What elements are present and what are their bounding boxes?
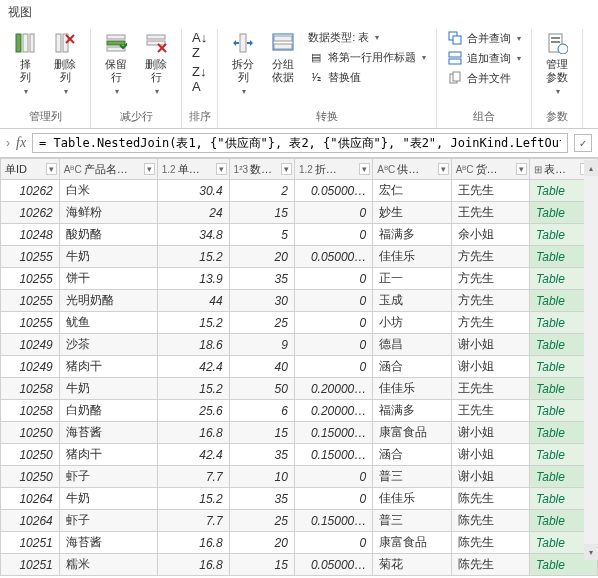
sort-descending-button[interactable]: Z↓A [188,63,211,95]
cell-price[interactable]: 15.2 [157,488,229,510]
table-row[interactable]: 10249猪肉干42.4400涵合谢小姐Table [1,356,598,378]
cell-supplier[interactable]: 涵合 [373,444,451,466]
append-queries-button[interactable]: 追加查询▾ [443,49,525,67]
column-filter-icon[interactable]: ▾ [46,163,57,175]
keep-rows-button[interactable]: 保留 行 ▾ [97,29,135,98]
cell-product[interactable]: 虾子 [59,466,157,488]
scroll-track[interactable] [584,176,598,544]
cell-disc[interactable]: 0 [294,290,372,312]
cell-id[interactable]: 10264 [1,488,60,510]
cell-id[interactable]: 10249 [1,356,60,378]
cell-disc[interactable]: 0 [294,532,372,554]
cell-qty[interactable]: 9 [229,334,294,356]
cell-id[interactable]: 10264 [1,510,60,532]
cell-product[interactable]: 牛奶 [59,488,157,510]
cell-price[interactable]: 18.6 [157,334,229,356]
table-row[interactable]: 10262白米30.420.05000…宏仁王先生Table [1,180,598,202]
cell-supplier[interactable]: 普三 [373,466,451,488]
cell-supplier[interactable]: 福满多 [373,400,451,422]
cell-qty[interactable]: 30 [229,290,294,312]
merge-files-button[interactable]: 合并文件 [443,69,525,87]
scroll-up-arrow[interactable]: ▴ [584,160,598,176]
table-row[interactable]: 10255光明奶酪44300玉成方先生Table [1,290,598,312]
cell-disc[interactable]: 0 [294,202,372,224]
group-by-button[interactable]: 分组 依据 [264,29,302,86]
cell-contact[interactable]: 陈先生 [451,510,529,532]
cell-product[interactable]: 牛奶 [59,378,157,400]
cell-id[interactable]: 10262 [1,180,60,202]
cell-qty[interactable]: 15 [229,202,294,224]
table-row[interactable]: 10258白奶酪25.660.20000…福满多王先生Table [1,400,598,422]
cell-product[interactable]: 牛奶 [59,246,157,268]
table-row[interactable]: 10251糯米16.8150.05000…菊花陈先生Table [1,554,598,576]
cell-price[interactable]: 16.8 [157,422,229,444]
cell-product[interactable]: 饼干 [59,268,157,290]
cell-disc[interactable]: 0.20000… [294,400,372,422]
use-first-row-button[interactable]: ▤ 将第一行用作标题▾ [304,48,430,66]
cell-contact[interactable]: 谢小姐 [451,422,529,444]
cell-supplier[interactable]: 佳佳乐 [373,488,451,510]
cell-contact[interactable]: 王先生 [451,202,529,224]
cell-price[interactable]: 30.4 [157,180,229,202]
cell-supplier[interactable]: 福满多 [373,224,451,246]
cell-qty[interactable]: 35 [229,444,294,466]
manage-parameters-button[interactable]: 管理 参数 ▾ [538,29,576,98]
delete-columns-button[interactable]: 删除 列 ▾ [46,29,84,98]
column-filter-icon[interactable]: ▾ [359,163,370,175]
cell-price[interactable]: 24 [157,202,229,224]
table-row[interactable]: 10251海苔酱16.8200康富食品陈先生Table [1,532,598,554]
cell-supplier[interactable]: 康富食品 [373,422,451,444]
delete-rows-button[interactable]: 删除 行 ▾ [137,29,175,98]
table-row[interactable]: 10255鱿鱼15.2250小坊方先生Table [1,312,598,334]
column-filter-icon[interactable]: ▾ [281,163,292,175]
cell-disc[interactable]: 0.15000… [294,422,372,444]
sort-ascending-button[interactable]: A↓Z [188,29,211,61]
cell-price[interactable]: 13.9 [157,268,229,290]
data-type-dropdown[interactable]: 数据类型: 表▾ [304,29,430,46]
cell-qty[interactable]: 35 [229,488,294,510]
cell-id[interactable]: 10255 [1,290,60,312]
formula-input[interactable] [32,133,568,153]
cell-qty[interactable]: 2 [229,180,294,202]
cell-contact[interactable]: 余小姐 [451,224,529,246]
column-header-id[interactable]: 单ID▾ [1,159,60,180]
cell-qty[interactable]: 15 [229,422,294,444]
column-header-price[interactable]: 1.2单…▾ [157,159,229,180]
cell-contact[interactable]: 谢小姐 [451,334,529,356]
cell-product[interactable]: 沙茶 [59,334,157,356]
column-filter-icon[interactable]: ▾ [144,163,155,175]
cell-qty[interactable]: 10 [229,466,294,488]
scroll-down-arrow[interactable]: ▾ [584,544,598,560]
cell-price[interactable]: 42.4 [157,444,229,466]
column-header-disc[interactable]: 1.2折…▾ [294,159,372,180]
tab-view[interactable]: 视图 [8,5,32,19]
cell-disc[interactable]: 0.05000… [294,180,372,202]
cell-contact[interactable]: 陈先生 [451,532,529,554]
cell-disc[interactable]: 0 [294,488,372,510]
cell-price[interactable]: 15.2 [157,378,229,400]
chevron-right-icon[interactable]: › [6,136,10,150]
cell-disc[interactable]: 0 [294,466,372,488]
cell-disc[interactable]: 0.20000… [294,378,372,400]
cell-contact[interactable]: 方先生 [451,312,529,334]
cell-id[interactable]: 10249 [1,334,60,356]
table-row[interactable]: 10250猪肉干42.4350.15000…涵合谢小姐Table [1,444,598,466]
table-row[interactable]: 10255牛奶15.2200.05000…佳佳乐方先生Table [1,246,598,268]
cell-supplier[interactable]: 德昌 [373,334,451,356]
cell-contact[interactable]: 王先生 [451,378,529,400]
column-header-product[interactable]: AᴮC产品名…▾ [59,159,157,180]
cell-product[interactable]: 白米 [59,180,157,202]
cell-disc[interactable]: 0 [294,312,372,334]
column-header-supplier[interactable]: AᴮC供…▾ [373,159,451,180]
cell-contact[interactable]: 方先生 [451,290,529,312]
cell-disc[interactable]: 0.15000… [294,444,372,466]
cell-price[interactable]: 15.2 [157,246,229,268]
cell-supplier[interactable]: 佳佳乐 [373,378,451,400]
data-grid[interactable]: 单ID▾AᴮC产品名…▾1.2单…▾1²3数…▾1.2折…▾AᴮC供…▾AᴮC货… [0,158,598,576]
cell-product[interactable]: 海鲜粉 [59,202,157,224]
data-source-settings-button[interactable]: 数 设 [589,29,598,86]
cell-id[interactable]: 10250 [1,466,60,488]
cell-qty[interactable]: 40 [229,356,294,378]
cell-id[interactable]: 10251 [1,554,60,576]
cell-contact[interactable]: 王先生 [451,400,529,422]
